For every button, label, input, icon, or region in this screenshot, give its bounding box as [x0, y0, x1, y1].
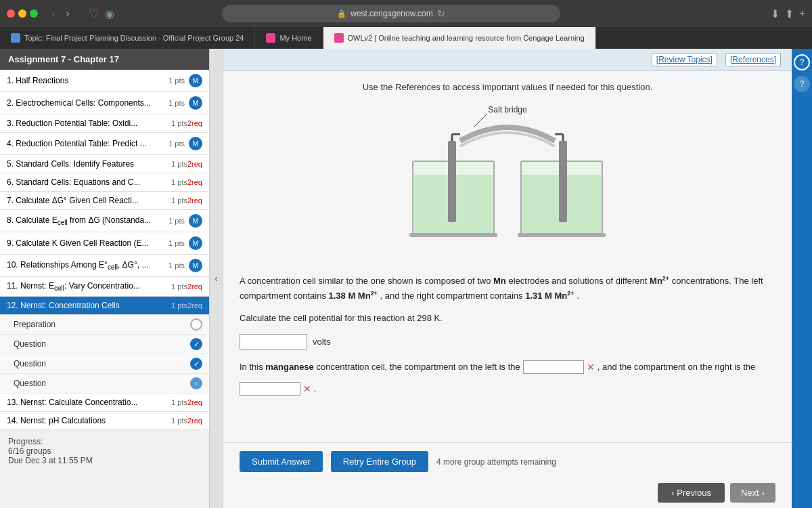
prev-chevron: ‹	[671, 488, 674, 498]
item-4-icon: M	[189, 137, 202, 150]
item-6-label: 6. Standard Cells: Equations and C...	[7, 177, 168, 187]
sub-items: Preparation Question ✓ Question ✓ Questi…	[0, 315, 209, 394]
previous-button[interactable]: ‹ Previous	[658, 483, 725, 503]
sub-item-question-2[interactable]: Question ✓	[0, 354, 209, 374]
item-9-pts: 1 pts	[168, 239, 185, 247]
sidebar-collapse-btn[interactable]: ‹	[210, 49, 223, 508]
blank-left-icon[interactable]: ✕	[587, 358, 595, 377]
q3-end: .	[314, 380, 317, 398]
sub-item-question-3[interactable]: Question ○	[0, 374, 209, 394]
tab-3-icon	[334, 33, 344, 43]
sidebar-item-13[interactable]: 13. Nernst: Calculate Concentratio... 1 …	[0, 394, 209, 412]
sidebar-item-4[interactable]: 4. Reduction Potential Table: Predict ..…	[0, 133, 209, 155]
sidebar-item-12[interactable]: 12. Nernst: Concentration Cells 1 pts 2r…	[0, 297, 209, 315]
sidebar-item-8[interactable]: 8. Calculate Ecell from ΔG (Nonstanda...…	[0, 210, 209, 232]
content-area: [Review Topics] [References] Use the Ref…	[223, 49, 792, 508]
sidebar-item-1[interactable]: 1. Half Reactions 1 pts M	[0, 70, 209, 92]
reference-note: Use the References to access important v…	[240, 82, 775, 92]
tab-3[interactable]: OWLv2 | Online teaching and learning res…	[323, 27, 596, 49]
q3-middle: , and the compartment on the right is th…	[597, 358, 755, 376]
sidebar-item-14[interactable]: 14. Nernst: pH Calculations 1 pts 2req	[0, 412, 209, 430]
assignment-title: Assignment 7 - Chapter 17	[0, 49, 209, 70]
download-icon[interactable]: ⬇	[771, 7, 780, 20]
window-controls	[7, 9, 38, 18]
review-topics-btn[interactable]: [Review Topics]	[652, 53, 717, 66]
volts-label: volts	[313, 337, 331, 347]
item-1-label: 1. Half Reactions	[7, 76, 166, 85]
item-2-label: 2. Electrochemical Cells: Components...	[7, 98, 166, 108]
sidebar-item-11[interactable]: 11. Nernst: Ecell: Vary Concentratio... …	[0, 277, 209, 297]
item-10-pts: 1 pts	[168, 261, 185, 270]
nav-row: ‹ Previous Next ›	[223, 480, 792, 508]
sidebar-item-6[interactable]: 6. Standard Cells: Equations and C... 1 …	[0, 173, 209, 192]
tab-2[interactable]: My Home	[255, 27, 323, 49]
sub-item-prep-label: Preparation	[14, 320, 55, 329]
sidebar-item-3[interactable]: 3. Reduction Potential Table: Oxidi... 1…	[0, 114, 209, 133]
retry-button[interactable]: Retry Entire Group	[331, 451, 428, 472]
blank-right-icon[interactable]: ✕	[303, 379, 311, 398]
tab-1[interactable]: Topic: Final Project Planning Discussion…	[0, 27, 255, 49]
blank-right-input[interactable]	[240, 382, 300, 396]
item-7-req: 2req	[187, 196, 202, 205]
sidebar-item-10[interactable]: 10. Relationships Among E°cell, ΔG°, ...…	[0, 255, 209, 277]
item-8-label: 8. Calculate Ecell from ΔG (Nonstanda...	[7, 215, 166, 226]
sidebar-item-2[interactable]: 2. Electrochemical Cells: Components... …	[0, 92, 209, 114]
sidebar-item-9[interactable]: 9. Calculate K Given Cell Reaction (E...…	[0, 232, 209, 255]
item-7-label: 7. Calculate ΔG° Given Cell Reacti...	[7, 196, 168, 205]
submit-button[interactable]: Submit Answer	[240, 451, 323, 472]
sidebar-item-5[interactable]: 5. Standard Cells: Identify Features 1 p…	[0, 155, 209, 173]
item-4-label: 4. Reduction Potential Table: Predict ..…	[7, 139, 166, 148]
new-tab-icon[interactable]: +	[799, 7, 805, 20]
sub-item-preparation[interactable]: Preparation	[0, 315, 209, 335]
volts-input[interactable]	[240, 334, 307, 350]
item-4-pts: 1 pts	[168, 140, 185, 148]
tab-1-label: Topic: Final Project Planning Discussion…	[24, 34, 244, 42]
references-btn[interactable]: [References]	[725, 53, 781, 66]
side-icon-1[interactable]: ?	[794, 54, 810, 70]
brand-icon-1: ♡	[89, 6, 99, 21]
item-13-label: 13. Nernst: Calculate Concentratio...	[7, 398, 168, 407]
content-header: [Review Topics] [References]	[223, 49, 792, 71]
item-13-req: 2req	[187, 398, 202, 406]
item-12-label: 12. Nernst: Concentration Cells	[7, 301, 168, 310]
item-14-pts: 1 pts	[171, 417, 187, 425]
svg-text:Salt bridge: Salt bridge	[488, 105, 527, 114]
sub-item-q2-check: ✓	[190, 358, 202, 370]
prev-label: Previous	[677, 488, 711, 498]
item-14-label: 14. Nernst: pH Calculations	[7, 416, 168, 425]
side-icon-2[interactable]: ?	[794, 76, 810, 92]
item-2-icon: M	[189, 96, 202, 110]
q3-prefix: In this manganese concentration cell, th…	[240, 358, 520, 376]
lock-icon: 🔒	[337, 9, 346, 18]
refresh-icon[interactable]: ↻	[437, 8, 445, 19]
tab-2-label: My Home	[279, 34, 311, 42]
share-icon[interactable]: ⬆	[785, 7, 794, 20]
tab-3-label: OWLv2 | Online teaching and learning res…	[348, 34, 585, 42]
item-8-icon: M	[189, 214, 202, 228]
cell-svg: Salt bridge	[392, 100, 623, 263]
svg-rect-7	[559, 141, 567, 222]
tab-2-icon	[266, 33, 275, 43]
item-1-icon: M	[189, 74, 202, 87]
item-5-label: 5. Standard Cells: Identify Features	[7, 159, 168, 169]
item-11-label: 11. Nernst: Ecell: Vary Concentratio...	[7, 281, 168, 292]
item-6-req: 2req	[187, 178, 202, 186]
progress-section: Progress: 6/16 groups Due Dec 3 at 11:55…	[0, 430, 209, 472]
url-text: west.cengagenow.com	[351, 9, 432, 18]
tab-1-icon	[11, 33, 20, 43]
address-bar[interactable]: 🔒 west.cengagenow.com ↻	[222, 5, 560, 22]
svg-rect-11	[518, 233, 606, 237]
question-3-row: In this manganese concentration cell, th…	[240, 358, 775, 398]
next-button[interactable]: Next ›	[730, 483, 775, 503]
sub-item-question-1[interactable]: Question ✓	[0, 335, 209, 354]
forward-button[interactable]: ›	[63, 6, 72, 21]
item-11-pts: 1 pts	[171, 282, 187, 291]
blank-left-input[interactable]	[523, 360, 584, 374]
back-button[interactable]: ‹	[49, 6, 58, 21]
item-12-pts: 1 pts	[171, 301, 187, 310]
electrochemical-cell-diagram: Salt bridge	[392, 100, 623, 263]
sidebar-item-7[interactable]: 7. Calculate ΔG° Given Cell Reacti... 1 …	[0, 192, 209, 210]
sidebar: Assignment 7 - Chapter 17 1. Half Reacti…	[0, 49, 210, 508]
tab-bar: Topic: Final Project Planning Discussion…	[0, 27, 812, 49]
item-12-req: 2req	[187, 301, 202, 310]
